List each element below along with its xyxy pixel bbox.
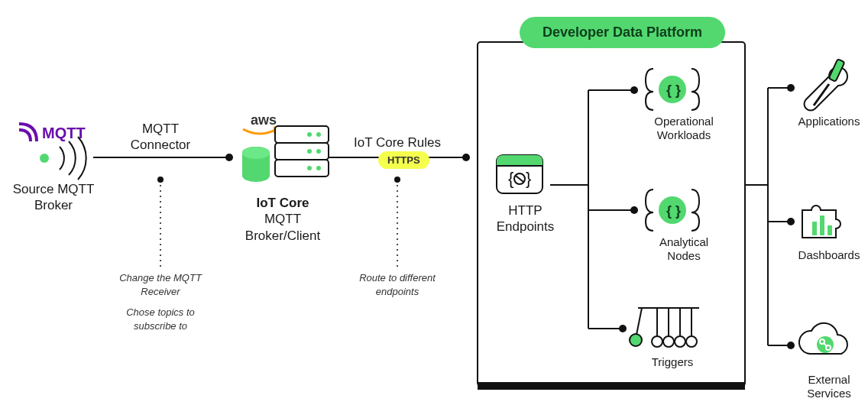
dashboards-node: Dashboards (791, 191, 867, 262)
svg-point-26 (40, 154, 49, 163)
svg-point-31 (316, 132, 321, 137)
iot-core-subtitle: MQTT Broker/Client (229, 211, 336, 244)
applications-node: Applications (791, 53, 867, 128)
svg-point-3 (462, 154, 470, 161)
svg-rect-65 (812, 222, 817, 235)
svg-point-61 (675, 336, 685, 347)
platform-title-pill: Developer Data Platform (520, 17, 725, 48)
svg-rect-9 (478, 382, 745, 390)
svg-point-34 (307, 166, 312, 170)
https-badge: HTTPS (378, 151, 429, 169)
svg-point-60 (663, 336, 674, 347)
svg-text:}: } (526, 169, 531, 188)
svg-point-30 (307, 132, 312, 137)
svg-point-32 (307, 149, 312, 154)
note-route-endpoints: Route to different endpoints (351, 271, 443, 298)
tools-icon (791, 53, 860, 115)
http-endpoints-icon: { } (489, 149, 550, 202)
analytical-nodes-label: Analytical Nodes (638, 235, 730, 263)
svg-point-58 (630, 334, 642, 346)
source-mqtt-broker-label: Source MQTT Broker (8, 181, 99, 214)
external-services-label: External Services (791, 373, 867, 400)
aws-text: aws (251, 112, 277, 128)
operational-workloads-node: { } Operational Workloads (638, 61, 730, 142)
connectors-layer (0, 0, 868, 405)
analytical-nodes-node: { } Analytical Nodes (638, 182, 730, 263)
svg-point-33 (316, 149, 321, 154)
dashboards-icon (791, 191, 860, 248)
svg-point-39 (242, 147, 270, 159)
applications-label: Applications (791, 115, 867, 128)
svg-rect-67 (828, 225, 832, 235)
iot-core-icon: aws (229, 111, 336, 195)
http-endpoints-label: HTTP Endpoints (489, 202, 562, 235)
svg-rect-66 (820, 215, 824, 235)
triggers-icon (627, 302, 711, 355)
note-change-receiver: Change the MQTT Receiver (115, 271, 206, 298)
iot-core-title: IoT Core (229, 195, 336, 211)
analytical-nodes-icon: { } (638, 182, 707, 235)
external-services-node: External Services (791, 319, 867, 400)
svg-text:{ }: { } (666, 203, 681, 219)
operational-workloads-label: Operational Workloads (638, 115, 730, 142)
svg-point-62 (686, 336, 697, 347)
note-choose-topics: Chose topics to subscribe to (115, 306, 206, 332)
http-endpoints-node: { } HTTP Endpoints (489, 149, 562, 235)
cloud-link-icon (791, 319, 860, 373)
iot-core-node: aws IoT Core MQTT Broker/Client (229, 111, 336, 244)
dashboards-label: Dashboards (791, 248, 867, 262)
triggers-node: Triggers (627, 302, 718, 369)
triggers-label: Triggers (627, 355, 718, 369)
svg-text:{ }: { } (666, 83, 681, 98)
svg-point-13 (630, 86, 638, 94)
mqtt-connector-label: MQTT Connector (122, 121, 199, 154)
source-mqtt-broker: MQTT Source MQTT Broker (8, 120, 99, 214)
svg-point-17 (619, 325, 627, 332)
svg-point-59 (652, 336, 662, 347)
svg-point-15 (630, 206, 638, 214)
mqtt-broadcast-icon: MQTT (8, 120, 99, 181)
svg-text:{: { (508, 169, 513, 188)
iot-core-rules-label: IoT Core Rules (344, 134, 451, 151)
operational-workloads-icon: { } (638, 61, 707, 115)
svg-point-35 (316, 166, 321, 170)
svg-point-38 (242, 170, 270, 182)
